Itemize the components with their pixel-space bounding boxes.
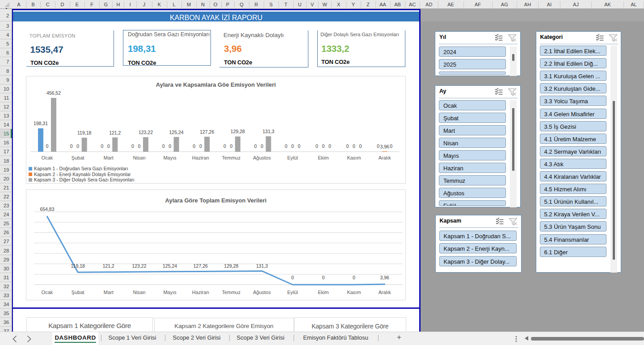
svg-text:129,28: 129,28 <box>224 263 238 269</box>
svg-text:Mayıs: Mayıs <box>163 155 177 160</box>
svg-text:0: 0 <box>162 143 165 149</box>
svg-text:0: 0 <box>353 143 355 149</box>
svg-text:3,96: 3,96 <box>380 275 389 280</box>
svg-text:Ağustos: Ağustos <box>253 290 271 295</box>
svg-text:Kasım: Kasım <box>347 290 361 295</box>
svg-text:Temmuz: Temmuz <box>222 290 241 295</box>
svg-text:0: 0 <box>261 143 263 149</box>
svg-text:129,28: 129,28 <box>231 129 245 134</box>
svg-text:119,18: 119,18 <box>77 130 91 135</box>
svg-text:Nisan: Nisan <box>133 155 145 160</box>
svg-text:0: 0 <box>298 143 300 149</box>
svg-text:0: 0 <box>346 143 349 149</box>
svg-text:Kapsam 1 - Doğrudan Sera Gazı: Kapsam 1 - Doğrudan Sera Gazı Emisyonlar… <box>34 166 128 171</box>
svg-text:123,22: 123,22 <box>132 263 146 269</box>
svg-text:0: 0 <box>76 143 79 149</box>
svg-text:0: 0 <box>328 143 331 149</box>
svg-text:0: 0 <box>390 143 392 149</box>
svg-text:Ekim: Ekim <box>318 155 328 160</box>
svg-text:456,52: 456,52 <box>46 90 61 96</box>
svg-text:Kasım: Kasım <box>347 155 361 160</box>
svg-text:0: 0 <box>101 143 103 149</box>
svg-text:0: 0 <box>377 143 379 149</box>
svg-text:Haziran: Haziran <box>192 155 209 160</box>
svg-text:121,2: 121,2 <box>103 263 114 269</box>
svg-text:0: 0 <box>46 143 49 149</box>
svg-text:0: 0 <box>353 275 355 280</box>
svg-text:0: 0 <box>168 143 171 149</box>
svg-text:0: 0 <box>322 143 324 149</box>
svg-text:0: 0 <box>199 143 202 149</box>
svg-text:0: 0 <box>223 143 226 149</box>
svg-text:Şubat: Şubat <box>72 290 84 295</box>
svg-text:Aralık: Aralık <box>379 290 391 295</box>
svg-text:131,3: 131,3 <box>262 129 274 134</box>
svg-text:0: 0 <box>107 143 110 149</box>
svg-text:3,96: 3,96 <box>380 144 389 149</box>
svg-text:Ocak: Ocak <box>42 290 53 295</box>
svg-text:127,26: 127,26 <box>194 263 208 269</box>
svg-text:121,2: 121,2 <box>109 130 121 135</box>
svg-text:125,24: 125,24 <box>169 130 184 135</box>
svg-text:Ocak: Ocak <box>42 155 53 160</box>
svg-text:127,26: 127,26 <box>200 129 214 135</box>
svg-text:Eylül: Eylül <box>287 155 298 160</box>
svg-text:0: 0 <box>322 275 324 280</box>
svg-text:Ağustos: Ağustos <box>253 155 271 160</box>
svg-text:Mart: Mart <box>104 290 114 295</box>
svg-text:Nisan: Nisan <box>133 290 145 295</box>
svg-text:Kapsam 3 - Diğer Dolaylı Sera: Kapsam 3 - Diğer Dolaylı Sera Gazı Emisy… <box>34 177 135 182</box>
svg-text:Mart: Mart <box>104 155 114 160</box>
svg-text:Kapsam 2 - Enerji Kaynaklı Dol: Kapsam 2 - Enerji Kaynaklı Dolaylı Emisy… <box>34 172 131 177</box>
svg-text:0: 0 <box>291 143 294 149</box>
svg-text:Şubat: Şubat <box>72 155 84 160</box>
svg-text:Aralık: Aralık <box>379 155 391 160</box>
svg-text:0: 0 <box>285 143 287 149</box>
svg-text:198,31: 198,31 <box>34 121 48 126</box>
svg-text:Ekim: Ekim <box>318 290 328 295</box>
svg-text:Temmuz: Temmuz <box>222 155 241 160</box>
svg-text:0: 0 <box>138 143 141 149</box>
svg-text:119,18: 119,18 <box>71 263 85 269</box>
svg-text:125,24: 125,24 <box>163 263 177 269</box>
svg-text:0: 0 <box>131 143 134 149</box>
svg-text:0: 0 <box>316 143 318 149</box>
svg-text:123,22: 123,22 <box>139 130 153 135</box>
svg-text:Aylara Göre Toplam Emisyon Ver: Aylara Göre Toplam Emisyon Verileri <box>165 197 267 204</box>
svg-text:0: 0 <box>254 143 257 149</box>
svg-text:Aylara ve Kapsamlara Göe Emisy: Aylara ve Kapsamlara Göe Emisyon Veriler… <box>156 81 276 88</box>
svg-text:0: 0 <box>230 143 232 149</box>
svg-text:654,83: 654,83 <box>40 206 54 212</box>
svg-text:0: 0 <box>70 143 73 149</box>
svg-text:Eylül: Eylül <box>287 290 298 295</box>
svg-text:131,3: 131,3 <box>256 263 268 269</box>
svg-text:0: 0 <box>291 275 294 280</box>
svg-text:Haziran: Haziran <box>192 290 209 295</box>
svg-text:0: 0 <box>359 143 362 149</box>
svg-text:Mayıs: Mayıs <box>163 290 177 295</box>
svg-text:0: 0 <box>193 143 195 149</box>
